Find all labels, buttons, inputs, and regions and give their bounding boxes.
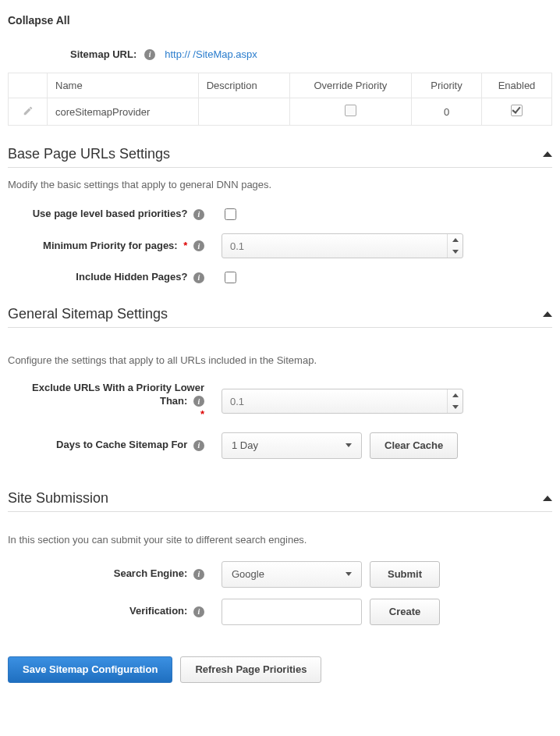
info-icon[interactable]: i: [193, 396, 204, 407]
sitemap-url-row: Sitemap URL: i http:// /SiteMap.aspx: [8, 48, 552, 60]
exclude-priority-spinner[interactable]: [222, 389, 463, 414]
include-hidden-checkbox[interactable]: [225, 272, 236, 283]
label-exclude: Exclude URLs With a Priority Lower Than:: [32, 382, 204, 407]
chevron-down-icon: [346, 443, 352, 447]
exclude-priority-input[interactable]: [222, 389, 447, 413]
required-marker: *: [183, 240, 187, 251]
label-days-cache: Days to Cache Sitemap For: [56, 439, 187, 450]
col-enabled: Enabled: [482, 73, 552, 98]
chevron-up-icon: [543, 496, 552, 501]
min-priority-input[interactable]: [222, 234, 447, 258]
search-engine-dropdown[interactable]: Google: [222, 561, 362, 588]
section-submission-header[interactable]: Site Submission: [8, 490, 552, 512]
override-checkbox[interactable]: [345, 105, 356, 116]
col-name: Name: [48, 73, 199, 98]
section-base-header[interactable]: Base Page URLs Settings: [8, 146, 552, 168]
clear-cache-button[interactable]: Clear Cache: [370, 432, 458, 459]
save-button[interactable]: Save Sitemap Configuration: [8, 656, 172, 683]
section-general-header[interactable]: General Sitemap Settings: [8, 306, 552, 328]
table-row: coreSitemapProvider 0: [9, 98, 552, 126]
label-verification: Verification:: [129, 605, 187, 617]
days-cache-dropdown[interactable]: 1 Day: [222, 432, 362, 459]
label-min-priority: Minimum Priority for pages:: [43, 240, 178, 251]
info-icon[interactable]: i: [193, 209, 204, 220]
col-priority: Priority: [412, 73, 482, 98]
create-button[interactable]: Create: [370, 599, 440, 625]
collapse-all-link[interactable]: Collapse All: [8, 14, 70, 27]
col-description: Description: [198, 73, 289, 98]
info-icon[interactable]: i: [144, 49, 155, 60]
search-engine-value: Google: [232, 568, 264, 580]
section-submission-desc: In this section you can submit your site…: [8, 534, 552, 546]
sitemap-url-value[interactable]: http:// /SiteMap.aspx: [165, 48, 257, 60]
label-use-page-level: Use page level based priorities?: [33, 208, 188, 219]
submit-button[interactable]: Submit: [370, 561, 440, 588]
min-priority-spinner[interactable]: [222, 233, 463, 258]
info-icon[interactable]: i: [193, 440, 204, 451]
info-icon[interactable]: i: [193, 272, 204, 283]
cell-priority: 0: [412, 98, 482, 126]
use-page-level-checkbox[interactable]: [225, 208, 236, 220]
section-base-title: Base Page URLs Settings: [8, 146, 170, 162]
enabled-checkbox[interactable]: [511, 105, 523, 116]
col-override: Override Priority: [289, 73, 411, 98]
section-submission-title: Site Submission: [8, 490, 108, 507]
sitemap-url-label: Sitemap URL:: [70, 48, 136, 60]
edit-icon[interactable]: [23, 107, 34, 119]
chevron-up-icon: [543, 151, 552, 157]
chevron-down-icon: [346, 572, 352, 576]
spin-up-button[interactable]: [448, 234, 463, 246]
cell-description: [198, 98, 289, 126]
info-icon[interactable]: i: [193, 240, 204, 251]
label-search-engine: Search Engine:: [114, 567, 188, 579]
verification-input[interactable]: [222, 599, 362, 625]
refresh-button[interactable]: Refresh Page Priorities: [180, 656, 321, 683]
providers-grid: Name Description Override Priority Prior…: [8, 73, 552, 126]
spin-down-button[interactable]: [448, 246, 463, 258]
spin-up-button[interactable]: [448, 389, 463, 401]
chevron-up-icon: [543, 311, 552, 317]
section-general-title: General Sitemap Settings: [8, 306, 168, 322]
info-icon[interactable]: i: [193, 569, 204, 580]
cell-name: coreSitemapProvider: [48, 98, 199, 126]
days-cache-value: 1 Day: [232, 439, 258, 451]
required-marker: *: [200, 408, 204, 420]
spin-down-button[interactable]: [448, 401, 463, 413]
info-icon[interactable]: i: [193, 606, 204, 617]
label-include-hidden: Include Hidden Pages?: [76, 271, 187, 283]
section-base-desc: Modify the basic settings that apply to …: [8, 179, 552, 190]
section-general-desc: Configure the settings that apply to all…: [8, 354, 552, 366]
